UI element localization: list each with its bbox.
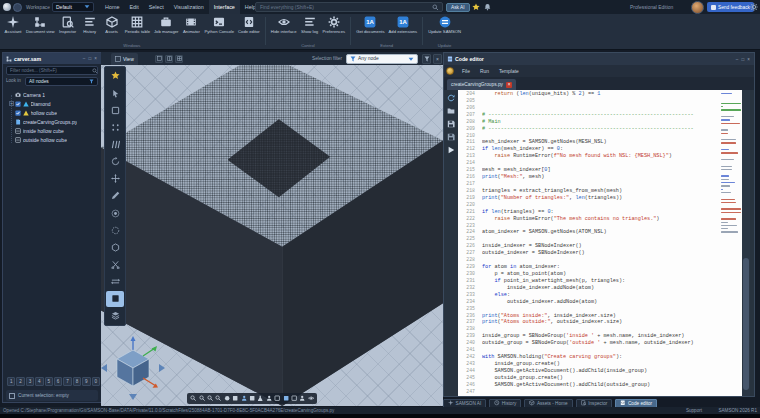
ribbon-assistant[interactable]: Assistant	[2, 15, 24, 35]
selection-preset-6[interactable]: 6	[54, 377, 62, 386]
presenter-icon[interactable]	[240, 395, 247, 403]
rotate-icon[interactable]	[106, 154, 124, 170]
atom-icon[interactable]	[106, 205, 124, 221]
ring-icon[interactable]	[106, 239, 124, 255]
code-line-208[interactable]: # Main	[482, 119, 720, 126]
settings-gear-icon[interactable]	[750, 3, 758, 11]
viewport-canvas[interactable]: View Selection filter Any node ×	[101, 52, 443, 406]
code-line-207[interactable]: # --------------------------------------…	[482, 112, 720, 119]
menu-edit[interactable]: Edit	[124, 0, 143, 14]
ribbon-hide-interface[interactable]: Hide interface	[269, 15, 299, 35]
code-line-206[interactable]	[482, 105, 720, 112]
support-link[interactable]: Support	[686, 408, 702, 413]
workspace-dropdown[interactable]: Default	[52, 2, 94, 12]
code-line-204[interactable]: return (len(unique_hits) % 2) == 1	[482, 91, 720, 98]
code-line-240[interactable]: outside_group = SBNodeGroup('outside ' +…	[482, 340, 720, 347]
selection-preset-5[interactable]: 5	[45, 377, 53, 386]
ask-ai-button[interactable]: Ask AI	[446, 3, 470, 12]
cut-icon[interactable]	[106, 257, 124, 273]
filter-options-button[interactable]	[422, 54, 431, 64]
ribbon-inspector[interactable]: Inspector	[57, 15, 79, 35]
ribbon-get-documents[interactable]: 1AGet documents	[354, 15, 386, 35]
walkthrough-icon[interactable]	[299, 395, 306, 403]
code-line-232[interactable]: inside_indexer.addNode(atom)	[482, 285, 720, 292]
zoom-out-icon[interactable]	[207, 395, 214, 403]
selection-filter-dropdown[interactable]: Any node	[346, 54, 418, 64]
code-line-220[interactable]	[482, 202, 720, 209]
visibility-icon[interactable]	[307, 395, 314, 403]
menu-interface[interactable]: Interface	[209, 0, 240, 14]
code-line-215[interactable]: mesh = mesh_indexer[0]	[482, 167, 720, 174]
run-script-icon[interactable]	[446, 145, 456, 155]
code-line-238[interactable]	[482, 326, 720, 333]
node-inside-hollow-cube[interactable]: inside hollow cube	[5, 126, 99, 135]
visibility-checkbox[interactable]	[15, 101, 21, 107]
code-line-233[interactable]: else:	[482, 292, 720, 299]
ribbon-preferences[interactable]: Preferences	[321, 15, 348, 35]
code-line-227[interactable]: outside_indexer = SBNodeIndexer()	[482, 250, 720, 257]
favorites-star-icon[interactable]	[472, 3, 480, 11]
node-createcarvinggroups-py[interactable]: createCarvingGroups.py	[5, 117, 99, 126]
code-line-246[interactable]: SAMSON.getActiveDocument().addChild(outs…	[482, 382, 720, 389]
open-script-icon[interactable]	[446, 106, 456, 116]
node-hollow-cube[interactable]: hollow cube	[5, 108, 99, 117]
filter-nodes-input[interactable]	[6, 66, 98, 75]
code-line-231[interactable]: if point_in_watertight_mesh(p, triangles…	[482, 278, 720, 285]
draw-icon[interactable]	[106, 188, 124, 204]
new-script-icon[interactable]	[446, 93, 456, 103]
render-sphere-icon[interactable]	[224, 395, 231, 403]
code-line-242[interactable]: with SAMSON.holding("Create carving grou…	[482, 354, 720, 361]
notifications-bell-icon[interactable]	[484, 3, 491, 11]
layout-quad-icon[interactable]	[175, 55, 183, 63]
code-line-224[interactable]: atom_indexer = SAMSON.getNodes(ATOM_NSL)	[482, 229, 720, 236]
code-line-235[interactable]	[482, 306, 720, 313]
ribbon-show-log[interactable]: Show log	[299, 15, 321, 35]
panel-title-bar[interactable]: carver.sam – □ ×	[3, 53, 101, 64]
pointer-icon[interactable]	[106, 85, 124, 101]
layers-icon[interactable]	[106, 308, 124, 324]
translate-icon[interactable]	[106, 171, 124, 187]
code-line-226[interactable]: inside_indexer = SBNodeIndexer()	[482, 243, 720, 250]
node-diamond[interactable]: +Diamond	[5, 99, 99, 108]
close-tab-icon[interactable]: ×	[506, 82, 512, 88]
scrollbar-thumb[interactable]	[743, 258, 749, 390]
ribbon-periodic-table[interactable]: Periodic table	[123, 15, 152, 35]
expander-icon[interactable]: +	[9, 101, 14, 106]
editor-file-tab[interactable]: createCarvingGroups.py ×	[447, 79, 516, 90]
gold-coin-icon[interactable]	[446, 67, 454, 75]
stage-icon[interactable]	[291, 395, 298, 403]
screen-icon[interactable]	[282, 395, 289, 403]
menu-home[interactable]: Home	[100, 0, 124, 14]
code-line-236[interactable]: print("Atoms inside:", inside_indexer.si…	[482, 313, 720, 320]
code-line-229[interactable]: for atom in atom_indexer:	[482, 264, 720, 271]
send-feedback-button[interactable]: Send feedback	[707, 2, 754, 12]
filter-clear-button[interactable]: ×	[433, 54, 442, 64]
code-line-214[interactable]	[482, 160, 720, 167]
account-circle-icon[interactable]	[13, 3, 22, 12]
code-line-216[interactable]: print("Mesh:", mesh)	[482, 174, 720, 181]
visibility-checkbox[interactable]	[15, 110, 21, 116]
code-line-210[interactable]	[482, 133, 720, 140]
ribbon-job-manager[interactable]: Job manager	[152, 15, 180, 35]
code-line-221[interactable]: if len(triangles) == 0:	[482, 209, 720, 216]
code-line-241[interactable]	[482, 347, 720, 354]
zoom-in-icon[interactable]	[198, 395, 205, 403]
code-line-245[interactable]: outside_group.create()	[482, 375, 720, 382]
selection-preset-1[interactable]: 1	[7, 377, 15, 386]
code-line-209[interactable]: # --------------------------------------…	[482, 126, 720, 133]
atom-points-icon[interactable]	[106, 119, 124, 135]
lab-icon[interactable]	[257, 395, 264, 403]
zoom-selection-icon[interactable]	[215, 395, 222, 403]
zoom-fit-icon[interactable]	[190, 395, 197, 403]
code-line-211[interactable]: mesh_indexer = SAMSON.getNodes(MESH_NSL)	[482, 139, 720, 146]
render-panel-icon[interactable]	[232, 395, 239, 403]
code-line-225[interactable]	[482, 236, 720, 243]
layout-single-icon[interactable]	[155, 55, 163, 63]
ribbon-history[interactable]: History	[79, 15, 101, 35]
swap-icon[interactable]	[106, 274, 124, 290]
code-line-205[interactable]	[482, 98, 720, 105]
selection-preset-8[interactable]: 8	[73, 377, 81, 386]
lasso-select-icon[interactable]	[106, 222, 124, 238]
code-line-213[interactable]: raise RuntimeError(f"No mesh found with …	[482, 153, 720, 160]
code-line-218[interactable]: triangles = extract_triangles_from_mesh(…	[482, 188, 720, 195]
